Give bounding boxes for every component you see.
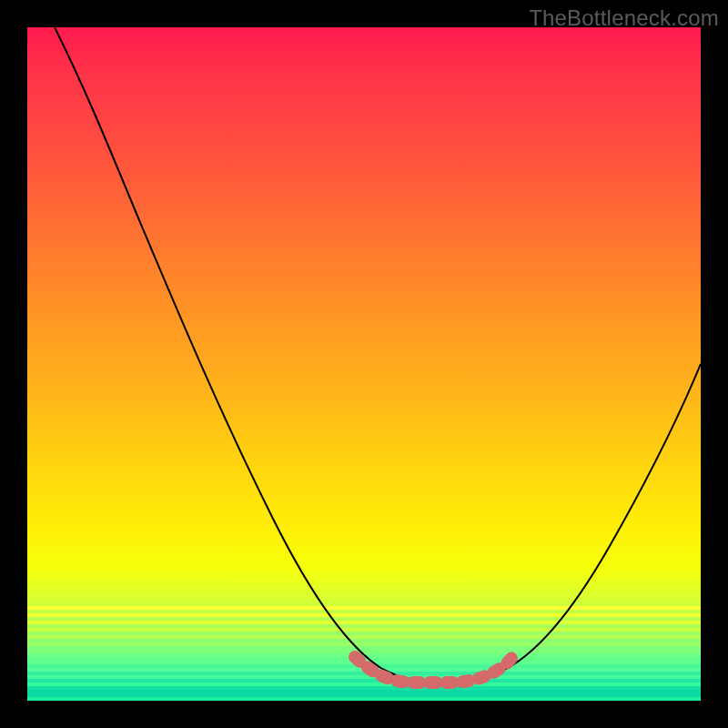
optimal-range-marker	[355, 654, 515, 682]
bottleneck-curve	[55, 27, 701, 682]
watermark-text: TheBottleneck.com	[529, 5, 719, 31]
chart-frame: TheBottleneck.com	[0, 0, 728, 728]
curve-svg	[27, 27, 701, 701]
plot-area	[27, 27, 701, 701]
